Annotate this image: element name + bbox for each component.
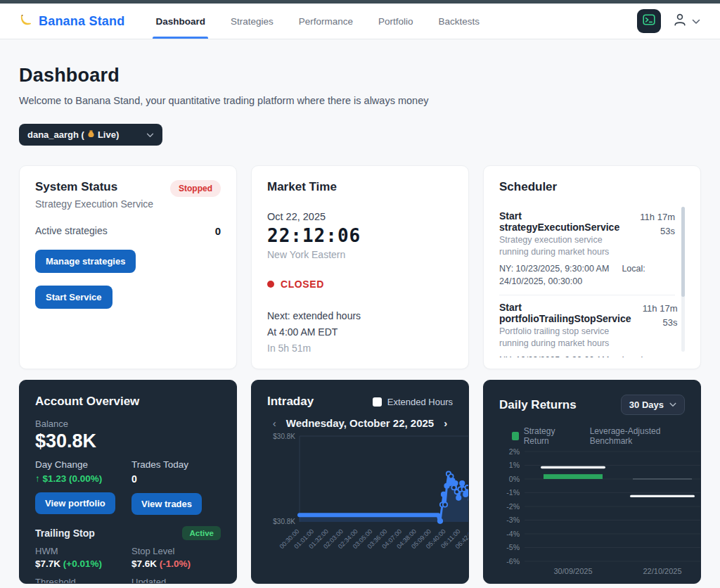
threshold-label: Threshold [35, 577, 124, 584]
intraday-title: Intraday [267, 395, 314, 409]
money-bag-icon [87, 129, 95, 140]
svg-text:1%: 1% [509, 461, 520, 469]
primary-nav: Dashboard Strategies Performance Portfol… [143, 4, 492, 39]
legend-benchmark: Leverage-Adjusted Benchmark [590, 426, 685, 446]
nav-item-backtests[interactable]: Backtests [426, 4, 493, 39]
stop-level-label: Stop Level [131, 546, 221, 556]
account-overview-card: Account Overview Balance $30.8K Day Chan… [19, 380, 237, 584]
svg-text:$30.8K: $30.8K [273, 433, 295, 440]
range-select[interactable]: 30 Days [621, 395, 685, 415]
terminal-icon [642, 13, 656, 30]
range-select-value: 30 Days [629, 400, 664, 410]
market-time-title: Market Time [267, 180, 453, 194]
scheduler-item-countdown: 11h 17m 53s [636, 302, 677, 350]
daily-returns-card: Daily Returns 30 Days Strategy Return Le… [483, 380, 701, 584]
prev-day-button[interactable]: ‹ [273, 418, 276, 428]
extended-hours-toggle[interactable]: Extended Hours [373, 397, 453, 407]
nav-item-strategies[interactable]: Strategies [218, 4, 286, 39]
svg-text:30/09/2025: 30/09/2025 [553, 567, 592, 575]
nav-item-portfolio[interactable]: Portfolio [366, 4, 426, 39]
market-timezone: New York Eastern [267, 249, 453, 260]
nav-item-performance[interactable]: Performance [286, 4, 366, 39]
svg-text:2%: 2% [509, 447, 520, 456]
chevron-down-icon [692, 15, 700, 27]
svg-text:-6%: -6% [506, 557, 520, 565]
next-day-button[interactable]: › [444, 418, 447, 428]
trailing-stop-label: Trailing Stop [35, 528, 95, 539]
system-status-card: System Status Strategy Execution Service… [19, 165, 237, 369]
account-overview-title: Account Overview [35, 395, 221, 409]
market-status: CLOSED [281, 279, 324, 290]
nav-item-dashboard[interactable]: Dashboard [143, 4, 218, 39]
brand-name[interactable]: Banana Stand [39, 14, 124, 29]
brand[interactable]: Banana Stand [20, 13, 124, 30]
view-portfolio-button[interactable]: View portfolio [35, 492, 115, 514]
scheduler-item-desc: Portfolio trailing stop service running … [499, 326, 631, 350]
top-navbar: Banana Stand Dashboard Strategies Perfor… [0, 4, 720, 39]
svg-text:-3%: -3% [506, 516, 520, 524]
updated-label: Updated [131, 577, 221, 584]
scheduler-card: Scheduler Start strategyExecutionService… [483, 165, 701, 369]
daily-returns-chart: 2%1%0%-1%-2%-3%-4%-5%-6%30/09/202522/10/… [499, 446, 701, 581]
manage-strategies-button[interactable]: Manage strategies [35, 250, 136, 273]
hwm-label: HWM [35, 546, 124, 556]
scheduler-item-desc: Strategy execution service running durin… [499, 234, 629, 258]
scheduler-item: Start strategyExecutionService Strategy … [499, 204, 675, 295]
page-subtitle: Welcome to Banana Stand, your quantitati… [19, 95, 701, 106]
trailing-stop-badge: Active [182, 526, 221, 540]
page-title: Dashboard [19, 65, 701, 87]
market-next-countdown: In 5h 51m [267, 340, 453, 357]
scheduler-item-countdown: 11h 17m 53s [634, 210, 675, 258]
svg-text:-1%: -1% [506, 488, 520, 497]
balance-label: Balance [35, 418, 221, 429]
extended-hours-checkbox[interactable] [373, 397, 382, 407]
scheduler-item-name: Start portfolioTrailingStopService [499, 302, 631, 324]
chevron-down-icon [669, 402, 676, 407]
svg-text:-5%: -5% [506, 543, 520, 551]
account-selector-label: dana_aargh ( [27, 129, 84, 140]
trades-today-value: 0 [131, 473, 221, 485]
balance-value: $30.8K [35, 430, 221, 452]
active-strategies-label: Active strategies [35, 225, 108, 237]
trades-today-label: Trades Today [131, 459, 221, 470]
scrollbar[interactable] [681, 207, 685, 352]
market-date: Oct 22, 2025 [267, 211, 453, 222]
account-selector-mode: Live) [98, 129, 119, 140]
terminal-button[interactable] [637, 9, 661, 33]
strategy-return-swatch [512, 432, 519, 440]
legend-strategy-return: Strategy Return [524, 426, 572, 446]
scheduler-item-ny-time: NY: 10/23/2025, 9:30:00 AM [499, 355, 609, 357]
market-time-card: Market Time Oct 22, 2025 22:12:06 New Yo… [251, 165, 469, 369]
svg-text:0%: 0% [509, 475, 520, 483]
svg-text:22/10/2025: 22/10/2025 [643, 567, 681, 575]
scrollbar-thumb[interactable] [681, 207, 685, 297]
user-icon [672, 12, 688, 30]
day-change-value: ↑ $1.23 (0.00%) [35, 473, 124, 484]
market-next-session: Next: extended hours [267, 308, 453, 324]
intraday-date: Wednesday, October 22, 2025 [286, 417, 434, 429]
daily-returns-title: Daily Returns [499, 398, 577, 412]
market-status-dot [267, 281, 274, 288]
chart-legend: Strategy Return Leverage-Adjusted Benchm… [512, 426, 685, 446]
hwm-pct: (+0.01%) [63, 558, 102, 569]
view-trades-button[interactable]: View trades [131, 493, 202, 515]
svg-text:-2%: -2% [506, 502, 520, 511]
chevron-down-icon [146, 129, 154, 140]
hwm-value: $7.7K [35, 558, 60, 569]
svg-text:-4%: -4% [506, 530, 520, 538]
system-status-title: System Status [35, 180, 153, 194]
day-change-label: Day Change [35, 459, 124, 470]
scheduler-item: Start portfolioTrailingStopService Portf… [499, 295, 675, 357]
account-selector[interactable]: dana_aargh ( Live) [19, 124, 162, 146]
intraday-card: Intraday Extended Hours ‹ Wednesday, Oct… [251, 380, 469, 584]
start-service-button[interactable]: Start Service [35, 286, 112, 309]
market-next-time: At 4:00 AM EDT [267, 324, 453, 340]
scheduler-title: Scheduler [499, 180, 685, 194]
scheduler-list[interactable]: Start strategyExecutionService Strategy … [499, 204, 685, 357]
active-strategies-value: 0 [215, 225, 221, 237]
user-menu[interactable] [672, 12, 700, 30]
system-status-service: Strategy Execution Service [35, 198, 153, 210]
scheduler-item-name: Start strategyExecutionService [499, 210, 629, 233]
stop-level-value: $7.6K [131, 558, 157, 569]
extended-hours-label: Extended Hours [387, 397, 453, 407]
